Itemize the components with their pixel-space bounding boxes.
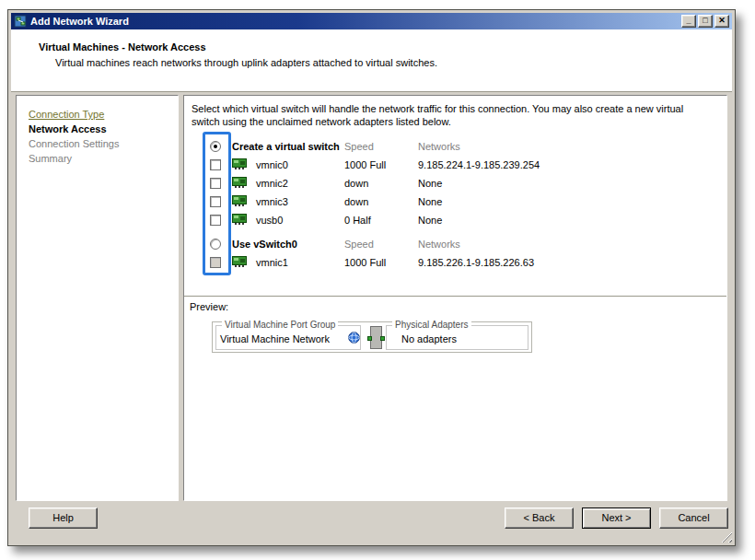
nic-icon (232, 158, 256, 172)
adapter-networks: 9.185.226.1-9.185.226.63 (418, 257, 726, 268)
sidebar-item-network-access: Network Access (29, 122, 178, 136)
adapter-networks: None (418, 178, 726, 189)
add-network-wizard-dialog: Add Network Wizard _ □ ✕ Virtual Machine… (7, 9, 736, 546)
adapter-speed: down (344, 178, 418, 189)
window-title: Add Network Wizard (30, 16, 681, 27)
wizard-steps-sidebar: Connection Type Network Access Connectio… (16, 95, 179, 501)
port-group-box: Virtual Machine Port Group Virtual Machi… (215, 325, 361, 350)
checkbox-vmnic1 (210, 257, 221, 268)
nic-icon (232, 195, 256, 209)
radio-use-vswitch0[interactable] (210, 239, 221, 250)
adapter-row-vmnic2: vmnic2 down None (184, 174, 726, 192)
wizard-icon (14, 15, 27, 28)
adapter-speed: 0 Half (344, 215, 418, 226)
adapter-row-vmnic3: vmnic3 down None (184, 192, 726, 211)
physical-adapters-box: Physical Adapters No adapters (386, 325, 528, 350)
radio-create-virtual-switch[interactable] (210, 141, 221, 152)
next-button[interactable]: Next > (582, 508, 651, 529)
adapter-networks: 9.185.224.1-9.185.239.254 (418, 159, 726, 170)
desktop: Add Network Wizard _ □ ✕ Virtual Machine… (0, 0, 755, 560)
adapter-networks: None (418, 196, 726, 207)
column-header-networks: Networks (418, 141, 726, 152)
port-group-box-title: Virtual Machine Port Group (222, 320, 338, 330)
adapter-networks: None (418, 215, 726, 226)
port-pin-icon (367, 336, 372, 341)
back-button[interactable]: < Back (505, 508, 574, 529)
instruction-text: Select which virtual switch will handle … (184, 96, 726, 128)
wizard-header: Virtual Machines - Network Access Virtua… (11, 29, 732, 92)
port-group-name: Virtual Machine Network (220, 333, 330, 344)
network-access-panel: Select which virtual switch will handle … (183, 95, 727, 501)
group-label-create: Create a virtual switch (232, 141, 344, 152)
maximize-button[interactable]: □ (698, 15, 713, 28)
adapter-speed: 1000 Full (344, 257, 418, 268)
group-label-vswitch0: Use vSwitch0 (232, 239, 344, 250)
column-header-speed: Speed (344, 141, 418, 152)
vswitch-connector (370, 326, 382, 349)
adapter-row-vmnic1: vmnic1 1000 Full 9.185.226.1-9.185.226.6… (184, 253, 726, 272)
preview-label: Preview: (184, 296, 726, 312)
help-button[interactable]: Help (29, 508, 98, 529)
checkbox-vmnic3[interactable] (210, 196, 221, 207)
adapter-speed: 1000 Full (344, 159, 418, 170)
adapter-list: Create a virtual switch Speed Networks v… (184, 137, 726, 272)
uplink-pin-icon (380, 336, 385, 341)
adapter-name: vmnic3 (256, 196, 344, 207)
sidebar-item-connection-settings: Connection Settings (29, 136, 178, 151)
sidebar-item-connection-type[interactable]: Connection Type (29, 107, 178, 122)
column-header-speed: Speed (344, 239, 418, 250)
cancel-button[interactable]: Cancel (659, 508, 728, 529)
network-globe-icon (348, 331, 360, 347)
titlebar[interactable]: Add Network Wizard _ □ ✕ (11, 13, 732, 29)
checkbox-vusb0[interactable] (210, 215, 221, 226)
adapter-name: vmnic1 (256, 257, 344, 268)
checkbox-vmnic2[interactable] (210, 178, 221, 189)
nic-icon (232, 177, 256, 191)
adapter-name: vmnic2 (256, 178, 344, 189)
adapter-row-vusb0: vusb0 0 Half None (184, 211, 726, 229)
preview-diagram: Virtual Machine Port Group Virtual Machi… (212, 321, 532, 353)
adapter-speed: down (344, 196, 418, 207)
sidebar-item-summary: Summary (29, 151, 178, 166)
checkbox-vmnic0[interactable] (210, 159, 221, 170)
nic-icon (232, 214, 256, 228)
minimize-button[interactable]: _ (681, 15, 696, 28)
column-header-networks: Networks (418, 239, 726, 250)
nic-icon (232, 256, 256, 270)
adapter-name: vusb0 (256, 215, 344, 226)
page-title: Virtual Machines - Network Access (11, 29, 732, 52)
close-button[interactable]: ✕ (714, 15, 729, 28)
page-subtitle: Virtual machines reach networks through … (11, 52, 732, 68)
switch-group-vswitch0: Use vSwitch0 Speed Networks (184, 235, 726, 253)
physical-adapters-box-title: Physical Adapters (392, 320, 471, 330)
adapter-row-vmnic0: vmnic0 1000 Full 9.185.224.1-9.185.239.2… (184, 156, 726, 174)
adapter-name: vmnic0 (256, 159, 344, 170)
resize-grip[interactable] (720, 531, 732, 542)
switch-group-create: Create a virtual switch Speed Networks (184, 137, 726, 156)
physical-adapters-value: No adapters (401, 333, 457, 344)
